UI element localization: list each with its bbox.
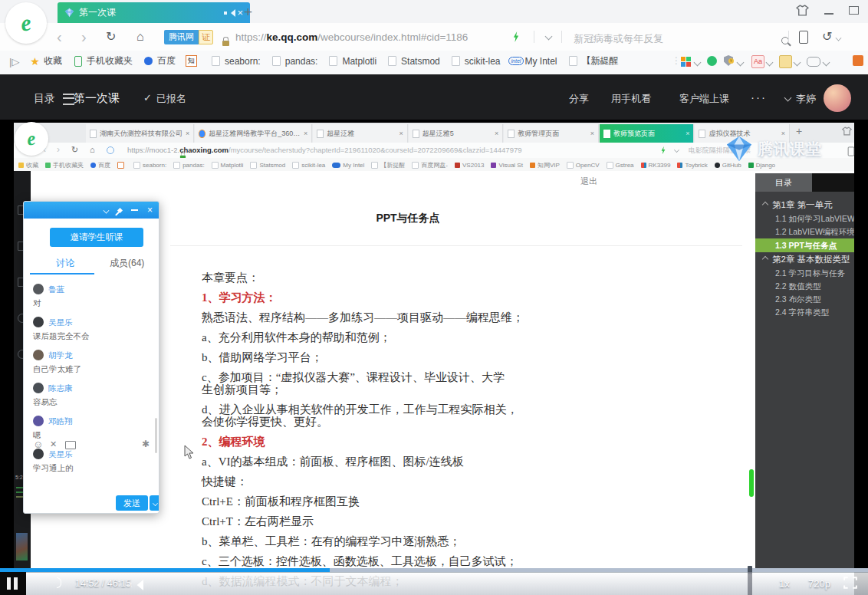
- ext-green-circle-icon[interactable]: [707, 56, 717, 66]
- toc-menu-label[interactable]: 目录: [34, 92, 55, 106]
- outline-item-label: 2.1 学习目标与任务: [775, 268, 845, 278]
- green-scroll-thumb: [749, 469, 754, 497]
- bookmark-item[interactable]: Statsmod: [386, 55, 440, 67]
- chat-message-text: 对: [33, 298, 151, 308]
- chat-message: 邓皓翔 嗯: [33, 413, 151, 440]
- chat-message-sender: 邓皓翔: [48, 416, 73, 426]
- new-tab-button[interactable]: +: [244, 4, 252, 21]
- minimize-button[interactable]: [824, 13, 833, 15]
- bookmark-item[interactable]: 手机收藏夹: [72, 54, 133, 67]
- cert-badge: 证: [199, 30, 213, 44]
- phone-sync-icon[interactable]: [799, 31, 808, 44]
- share-button[interactable]: 分享: [569, 92, 589, 106]
- inner-tab-title: 超星泛雅5: [422, 129, 492, 139]
- inner-bookmark-icon: [90, 163, 96, 168]
- inner-tab-favicon: [699, 130, 705, 138]
- chat-minimize-icon: [131, 209, 138, 211]
- watch-on-phone-button[interactable]: 用手机看: [611, 92, 651, 106]
- bookmark-item[interactable]: pandas:: [271, 55, 318, 67]
- toc-menu-icon[interactable]: [63, 94, 74, 105]
- avatar[interactable]: [824, 84, 851, 112]
- invite-students-label: 邀请学生听课: [71, 232, 123, 243]
- chat-message: 吴星乐 课后题完全不会: [33, 314, 151, 341]
- inner-bookmark-item: Toybrick: [677, 162, 707, 169]
- outline-item-label: 1.3 PPT与任务点: [775, 241, 837, 250]
- maximize-button[interactable]: [849, 6, 859, 15]
- bookmark-label: 收藏: [44, 54, 62, 67]
- chat-tab-underline: [30, 273, 94, 274]
- bookmark-icon: [567, 55, 579, 67]
- inner-bookmark-label: VS2013: [462, 162, 484, 169]
- inner-tab: 湖南天仿测控科技有限公司×: [86, 124, 194, 143]
- send-dropdown-button: [150, 495, 159, 511]
- fullscreen-button[interactable]: [843, 577, 857, 589]
- bookmark-label: My Intel: [524, 56, 557, 67]
- home-button[interactable]: ⌂: [136, 31, 144, 43]
- inner-bookmark-icon: [371, 162, 378, 169]
- inner-bookmark-icon: [491, 163, 496, 168]
- send-label: 发送: [123, 498, 140, 509]
- browser-search-input[interactable]: 新冠病毒或每年反复: [574, 32, 663, 46]
- pause-button[interactable]: [7, 577, 18, 590]
- bookmark-item[interactable]: My Intel: [510, 55, 557, 67]
- divider: [561, 31, 562, 43]
- more-menu-button[interactable]: ···: [751, 90, 767, 104]
- quality-button[interactable]: 720p: [808, 578, 830, 590]
- ext-screenshot-icon[interactable]: [779, 55, 792, 68]
- inner-bookmark-label: seaborn:: [143, 162, 166, 169]
- image-upload-icon: [65, 441, 76, 449]
- inner-bookmark-item: 手机收藏夹: [45, 161, 84, 169]
- forward-button[interactable]: ›: [81, 29, 87, 44]
- speed-button[interactable]: 1x: [779, 578, 790, 590]
- bookmark-item[interactable]: 百度: [143, 54, 176, 67]
- tab-title: 第一次课: [79, 6, 116, 19]
- collapse-bookmarks-icon[interactable]: |▷: [9, 56, 19, 67]
- bookmark-icon: [386, 55, 398, 67]
- strip-thumbnail: [16, 533, 28, 560]
- tab-close-icon[interactable]: ×: [237, 7, 243, 18]
- inner-bookmark-label: scikit-lea: [301, 162, 325, 169]
- bookmarks-overflow[interactable]: »: [598, 55, 604, 67]
- bookmark-item[interactable]: scikit-lea: [450, 55, 501, 67]
- browser-tab[interactable]: 第一次课 ×: [58, 2, 250, 23]
- inner-bookmark-label: 手机收藏夹: [53, 161, 84, 169]
- ext-game-icon[interactable]: [807, 57, 820, 67]
- inner-tab-title: 超星泛雅: [327, 129, 396, 139]
- inner-refresh-icon: ↻: [71, 145, 78, 155]
- chat-pin-icon: [117, 207, 123, 212]
- bookmark-item[interactable]: [186, 55, 200, 67]
- inner-browser-logo-icon: e: [15, 122, 48, 156]
- chat-panel: × 邀请学生听课 讨论 成员(64) 鲁蓝 对 吴星乐 课后题完全不会 胡学龙 …: [23, 201, 159, 514]
- bookmark-item[interactable]: 收藏: [29, 54, 62, 67]
- client-class-button[interactable]: 客户端上课: [679, 92, 729, 106]
- inner-bookmark-item: GitHub: [715, 162, 741, 169]
- ext-appgrid-icon[interactable]: [681, 57, 691, 67]
- inner-bookmark-icon: [641, 163, 646, 168]
- back-button[interactable]: ‹: [57, 29, 62, 44]
- pause-bar: [14, 577, 18, 590]
- ext-orange-icon[interactable]: [853, 55, 863, 66]
- bookmark-label: pandas:: [285, 56, 318, 67]
- inner-tab-title: 教师管理页面: [518, 129, 587, 139]
- inner-tab-favicon: [199, 130, 205, 138]
- chat-tab-members: 成员(64): [110, 257, 144, 270]
- bookmark-item[interactable]: seaborn:: [210, 55, 261, 67]
- tab-audio-icon[interactable]: [223, 9, 232, 17]
- outline-item-label: 1.2 LabVIEW编程环境: [775, 227, 854, 236]
- refresh-button[interactable]: ↻: [106, 31, 116, 43]
- skin-theme-icon[interactable]: [796, 5, 809, 16]
- undo-history-icon[interactable]: ↺: [822, 31, 832, 43]
- address-bar[interactable]: https://ke.qq.com/webcourse/index.html#c…: [235, 31, 468, 43]
- bookmark-item[interactable]: Matplotli: [327, 55, 376, 67]
- inner-bookmark-label: Gstrea: [616, 162, 634, 169]
- bookmark-item[interactable]: 【新提醒: [567, 54, 619, 67]
- site-badge[interactable]: 腾讯网: [164, 30, 199, 44]
- bookmark-label: seaborn:: [225, 56, 261, 67]
- username[interactable]: 李婷: [796, 92, 816, 106]
- url-path: /webcourse/index.html#cid=1186: [317, 31, 468, 43]
- browser-logo-icon[interactable]: e: [5, 2, 47, 44]
- inner-bookmark-icon: [212, 162, 219, 169]
- ext-translate-icon[interactable]: Aa: [751, 55, 764, 68]
- outline-item-label: 2.4 字符串类型: [775, 307, 829, 317]
- bookmark-label: 百度: [157, 54, 176, 67]
